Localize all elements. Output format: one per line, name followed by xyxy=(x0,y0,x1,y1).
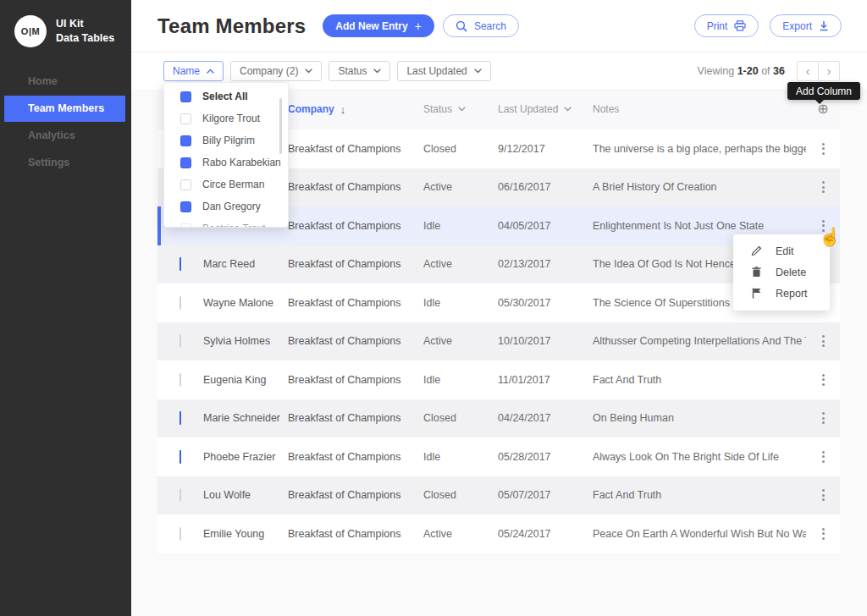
sidebar: O|M UI Kit Data Tables HomeTeam MembersA… xyxy=(0,0,131,616)
sidebar-item[interactable]: Analytics xyxy=(0,123,131,149)
row-status-cell: Idle xyxy=(423,374,498,386)
dropdown-item-label: Dan Gregory xyxy=(202,201,261,212)
checkbox[interactable] xyxy=(179,488,181,502)
sidebar-item[interactable]: Home xyxy=(0,69,131,95)
context-menu-item[interactable]: Report xyxy=(733,283,830,304)
viewing-range: 1-20 xyxy=(737,65,759,77)
sidebar-item[interactable]: Team Members xyxy=(4,96,125,122)
kebab-menu-icon[interactable] xyxy=(819,332,828,350)
kebab-menu-icon[interactable] xyxy=(819,525,828,543)
row-company-cell: Breakfast of Champions xyxy=(288,143,423,155)
table-row[interactable]: Marie Schneider Breakfast of Champions C… xyxy=(157,399,840,438)
dropdown-item[interactable]: Circe Berman xyxy=(164,173,288,195)
dropdown-item[interactable]: Beatrice Trout xyxy=(164,217,288,228)
checkbox[interactable] xyxy=(180,135,191,146)
table-row[interactable]: Emilie Young Breakfast of Champions Acti… xyxy=(157,514,840,553)
dropdown-item[interactable]: Select All xyxy=(164,85,288,107)
checkbox[interactable] xyxy=(180,179,191,190)
status-column-label: Status xyxy=(423,103,452,115)
row-context-menu: Edit Delete Report xyxy=(733,234,830,311)
kebab-menu-icon[interactable] xyxy=(819,140,828,158)
kebab-menu-icon[interactable] xyxy=(819,178,828,196)
checkbox[interactable] xyxy=(179,296,181,310)
dropdown-item-label: Kilgore Trout xyxy=(202,113,260,124)
row-notes-cell: A Brief History Of Creation xyxy=(593,181,806,193)
row-status-cell: Idle xyxy=(423,297,498,309)
dropdown-item[interactable]: Dan Gregory xyxy=(164,195,288,217)
filter-button[interactable]: Company (2) xyxy=(230,61,322,81)
sidebar-item[interactable]: Settings xyxy=(0,150,131,176)
checkbox[interactable] xyxy=(179,411,181,425)
topbar: Team Members Add New Entry + Search Prin… xyxy=(131,0,867,52)
dropdown-item-label: Billy Pilgrim xyxy=(202,135,255,146)
context-menu-item[interactable]: Delete xyxy=(733,261,830,283)
dropdown-scrollbar[interactable] xyxy=(279,98,282,154)
name-dropdown-list: Select All Kilgore Trout Billy Pilgrim R… xyxy=(164,85,288,228)
checkbox[interactable] xyxy=(179,527,181,541)
dropdown-item[interactable]: Kilgore Trout xyxy=(164,107,288,129)
chevron-down-icon xyxy=(458,107,466,112)
row-notes-cell: Fact And Truth xyxy=(593,374,806,386)
checkbox[interactable] xyxy=(179,373,181,387)
dropdown-item-label: Select All xyxy=(202,91,248,102)
row-status-cell: Closed xyxy=(423,412,498,424)
checkbox[interactable] xyxy=(180,157,191,168)
context-menu-item[interactable]: Edit xyxy=(733,240,830,261)
chevron-icon xyxy=(373,69,381,74)
row-company-cell: Breakfast of Champions xyxy=(288,412,423,424)
search-button[interactable]: Search xyxy=(443,14,519,37)
kebab-menu-icon[interactable] xyxy=(819,409,828,427)
checkbox[interactable] xyxy=(179,257,181,271)
kebab-menu-icon[interactable] xyxy=(819,448,828,466)
add-new-entry-button[interactable]: Add New Entry + xyxy=(323,14,434,37)
checkbox[interactable] xyxy=(180,113,191,124)
row-checkbox-cell xyxy=(157,489,203,501)
table-row[interactable]: Phoebe Frazier Breakfast of Champions Id… xyxy=(157,437,840,476)
row-last-updated-cell: 9/12/2017 xyxy=(498,143,593,155)
table-row[interactable]: Lou Wolfe Breakfast of Champions Closed … xyxy=(157,476,840,515)
viewing-total: 36 xyxy=(773,65,785,77)
header-company-cell[interactable]: Company ↓ xyxy=(288,103,423,116)
prev-page-button[interactable]: ‹ xyxy=(797,61,819,81)
row-last-updated-cell: 10/10/2017 xyxy=(498,335,593,347)
logo-icon: O|M xyxy=(14,15,47,47)
tooltip-caret xyxy=(815,100,824,104)
dropdown-item[interactable]: Rabo Karabekian xyxy=(164,151,288,173)
checkbox[interactable] xyxy=(180,223,191,228)
row-actions-cell xyxy=(806,409,840,427)
sort-desc-arrow-icon: ↓ xyxy=(340,103,346,116)
row-notes-cell: Fact And Truth xyxy=(593,489,806,501)
add-column-icon[interactable]: ⊕ xyxy=(817,102,828,116)
table-row[interactable]: Sylvia Holmes Breakfast of Champions Act… xyxy=(157,322,840,361)
dropdown-item[interactable]: Billy Pilgrim xyxy=(164,129,288,151)
row-actions-cell xyxy=(806,448,840,466)
header-status-cell[interactable]: Status xyxy=(423,103,498,115)
export-button[interactable]: Export xyxy=(770,14,842,37)
filter-button[interactable]: Name xyxy=(163,61,224,81)
kebab-menu-icon[interactable] xyxy=(819,371,828,389)
checkbox[interactable] xyxy=(179,450,181,464)
row-status-cell: Idle xyxy=(423,220,498,232)
checkbox[interactable] xyxy=(180,91,191,102)
row-actions-cell xyxy=(806,525,840,543)
kebab-menu-icon[interactable] xyxy=(819,486,828,504)
checkbox[interactable] xyxy=(179,334,181,348)
filter-button-label: Last Updated xyxy=(406,65,467,77)
row-checkbox-cell xyxy=(157,297,203,309)
row-last-updated-cell: 04/05/2017 xyxy=(498,220,593,232)
print-button[interactable]: Print xyxy=(694,14,759,37)
checkbox[interactable] xyxy=(180,201,191,212)
plus-icon: + xyxy=(415,19,422,33)
header-last-updated-cell[interactable]: Last Updated xyxy=(498,103,593,115)
row-actions-cell xyxy=(806,140,840,158)
row-status-cell: Idle xyxy=(423,451,498,463)
filter-button[interactable]: Last Updated xyxy=(397,61,490,81)
next-page-button[interactable]: › xyxy=(818,61,840,81)
table-row[interactable]: Eugenia King Breakfast of Champions Idle… xyxy=(157,360,840,399)
row-last-updated-cell: 05/28/2017 xyxy=(498,451,593,463)
row-name-cell: Marie Schneider xyxy=(203,412,288,424)
row-checkbox-cell xyxy=(157,412,203,424)
row-company-cell: Breakfast of Champions xyxy=(288,220,423,232)
row-name-cell: Eugenia King xyxy=(203,374,288,386)
filter-button[interactable]: Status xyxy=(329,61,390,81)
